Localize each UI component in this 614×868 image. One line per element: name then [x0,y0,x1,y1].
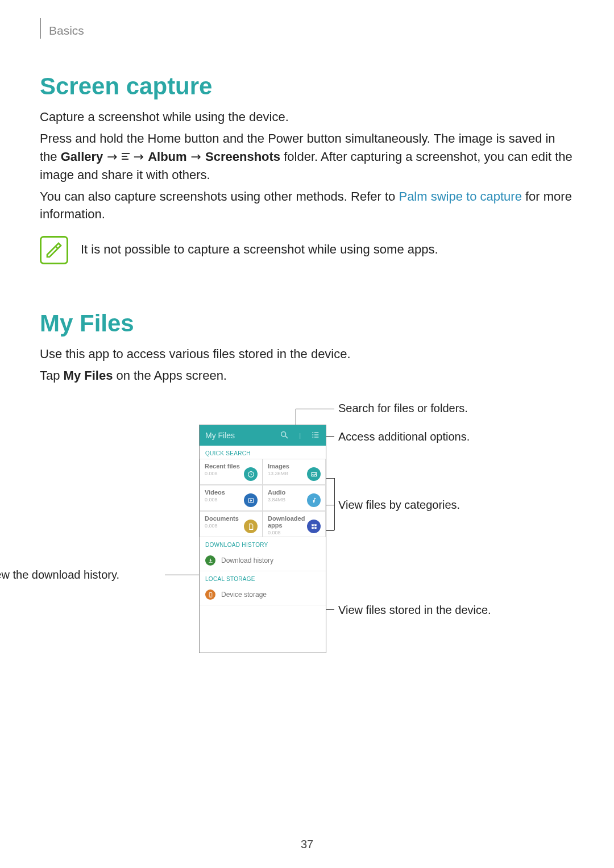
tile-downloaded-apps[interactable]: Downloaded apps 0.008 [263,511,326,537]
clock-icon [244,467,258,481]
leader-line [296,409,296,425]
my-files-bold: My Files [64,368,113,383]
callout-download-history: View the download history. [0,568,119,582]
phone-screenshot: My Files | QUICK SEARCH Recent fil [199,425,326,653]
sc-para-3: You can also capture screenshots using o… [40,188,574,224]
quick-search-grid: Recent files 0.008 Images 13.36MB Videos… [200,459,326,537]
svg-rect-7 [314,437,318,437]
mf-para-1: Use this app to access various files sto… [40,345,574,363]
tile-videos[interactable]: Videos 0.008 [200,485,263,511]
svg-rect-12 [314,524,316,526]
svg-point-2 [312,432,313,433]
note-text: It is not possible to capture a screensh… [81,240,438,259]
callout-stored: View files stored in the device. [338,604,491,617]
palm-swipe-link[interactable]: Palm swipe to capture [399,189,521,203]
divider: | [299,432,301,439]
arrow: → [103,149,121,164]
quick-search-label: QUICK SEARCH [200,446,326,459]
document-icon [244,520,258,533]
svg-rect-5 [314,434,318,435]
heading-screen-capture: Screen capture [40,73,574,100]
tile-audio[interactable]: Audio 3.84MB [263,485,326,511]
sc-para-2: Press and hold the Home button and the P… [40,130,574,184]
search-icon[interactable] [280,430,289,441]
tile-images[interactable]: Images 13.36MB [263,459,326,485]
leader-line [325,478,334,479]
more-options-icon[interactable] [311,430,320,441]
leader-line [325,530,334,531]
chapter-label: Basics [49,24,84,38]
text: You can also capture screenshots using o… [40,189,399,203]
row-device-storage[interactable]: Device storage [200,584,326,605]
svg-point-0 [281,432,286,437]
note-block: It is not possible to capture a screensh… [40,236,574,264]
svg-line-1 [285,436,288,438]
svg-rect-11 [312,524,313,526]
callout-categories: View files by categories. [338,499,460,512]
svg-point-6 [312,437,313,438]
phone-title: My Files [205,431,235,440]
callout-search: Search for files or folders. [338,402,468,415]
tile-recent-files[interactable]: Recent files 0.008 [200,459,263,485]
gallery-bold: Gallery [61,149,103,164]
svg-rect-14 [314,527,316,529]
tile-documents[interactable]: Documents 0.008 [200,511,263,537]
svg-point-4 [312,434,313,435]
menu-icon [122,153,130,162]
music-icon [307,493,321,507]
sc-para-1: Capture a screenshot while using the dev… [40,108,574,126]
heading-my-files: My Files [40,310,574,337]
mf-para-2: Tap My Files on the Apps screen. [40,367,574,385]
svg-rect-13 [312,527,313,529]
phone-header: My Files | [200,425,326,446]
leader-line [296,409,334,409]
leader-line [334,478,335,530]
callout-options: Access additional options. [338,430,470,443]
row-download-history[interactable]: Download history [200,550,326,571]
page-number: 37 [0,838,614,851]
row-label: Device storage [221,591,267,599]
album-bold: Album [148,149,186,164]
download-icon [205,555,215,566]
leader-line [325,505,334,505]
text: Tap [40,368,64,383]
arrow: → [130,149,148,164]
leader-line [165,575,199,575]
svg-point-16 [210,596,211,596]
apps-icon [307,520,321,533]
screenshots-bold: Screenshots [205,149,280,164]
image-icon [307,467,321,481]
chapter-bar [40,18,41,39]
svg-rect-3 [314,432,318,433]
row-label: Download history [221,556,273,564]
arrow: → [187,149,205,164]
device-icon [205,589,215,600]
text: on the Apps screen. [113,368,227,383]
chapter-header: Basics [40,23,574,39]
my-files-diagram: Search for files or folders. Access addi… [40,402,574,686]
video-icon [244,493,258,507]
note-icon [40,236,68,264]
download-history-label: DOWNLOAD HISTORY [200,537,326,550]
local-storage-label: LOCAL STORAGE [200,571,326,584]
